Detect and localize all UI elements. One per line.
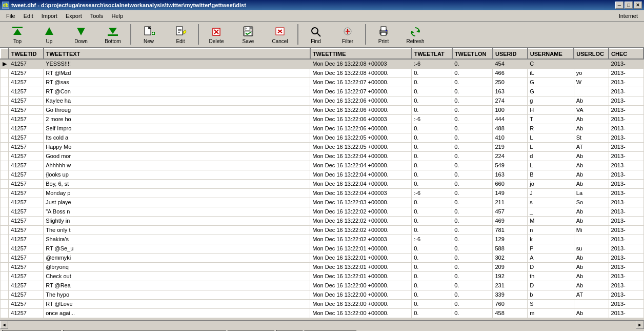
cell-tweetlon[interactable]: 0.	[452, 124, 493, 133]
cell-tweettime[interactable]: Mon Dec 16 13:22:03 +00000.	[310, 198, 412, 207]
hscroll-right-btn[interactable]: ►	[636, 321, 644, 329]
col-header-userloc[interactable]: USERLOC	[574, 49, 609, 59]
table-row[interactable]: 41257RT @Se_uMon Dec 16 13:22:01 +00000.…	[1, 244, 643, 253]
cell-userid[interactable]: 660	[493, 179, 528, 188]
cell-tweetid[interactable]: 41257	[9, 96, 44, 105]
table-row[interactable]: 41257Slightly inMon Dec 16 13:22:02 +000…	[1, 216, 643, 225]
cell-userloc[interactable]	[574, 299, 609, 308]
menu-file[interactable]: File	[2, 12, 19, 20]
cell-tweettext[interactable]: The only t	[44, 225, 310, 235]
cell-ptr[interactable]	[1, 244, 9, 253]
table-row[interactable]: ▶41257YESSS!!!!Mon Dec 16 13:22:08 +0000…	[1, 59, 643, 68]
cell-tweetlat[interactable]: 0.	[412, 244, 452, 253]
cell-username[interactable]: D	[528, 262, 574, 271]
col-header-username[interactable]: USERNAME	[528, 49, 574, 59]
cell-tweetlon[interactable]: 0.	[452, 244, 493, 253]
cell-userid[interactable]: 458	[493, 308, 528, 318]
cell-tweetid[interactable]: 41257	[9, 59, 44, 68]
table-row[interactable]: 41257Happy MoMon Dec 16 13:22:05 +00000.…	[1, 142, 643, 151]
cell-tweettext[interactable]: RT @Rea	[44, 281, 310, 290]
col-header-tweettext[interactable]: TWEETTEXT	[44, 49, 310, 59]
cell-userloc[interactable]: Ab	[574, 281, 609, 290]
cell-userid[interactable]: 149	[493, 188, 528, 198]
cell-username[interactable]: D	[528, 281, 574, 290]
delete-button[interactable]: Delete	[201, 23, 232, 46]
cell-tweetid[interactable]: 41257	[9, 290, 44, 299]
cell-userid[interactable]: 100	[493, 105, 528, 114]
cell-userid[interactable]: 454	[493, 59, 528, 68]
cell-tweetlon[interactable]: 0.	[452, 271, 493, 281]
cell-tweetlat[interactable]: 0.	[412, 207, 452, 216]
cell-tweettime[interactable]: Mon Dec 16 13:22:07 +00000.	[310, 77, 412, 87]
cell-tweetid[interactable]: 41257	[9, 235, 44, 244]
table-row[interactable]: 41257The hypoMon Dec 16 13:22:00 +00000.…	[1, 290, 643, 299]
cell-chec[interactable]: 2013-	[609, 170, 643, 179]
cell-tweettime[interactable]: Mon Dec 16 13:22:04 +00003	[310, 188, 412, 198]
cell-chec[interactable]: 2013-	[609, 271, 643, 281]
cell-tweetid[interactable]: 41257	[9, 133, 44, 142]
cell-tweetlon[interactable]: 0.	[452, 290, 493, 299]
cell-chec[interactable]: 2013-	[609, 244, 643, 253]
cell-ptr[interactable]	[1, 142, 9, 151]
cell-userloc[interactable]: AT	[574, 290, 609, 299]
cell-tweettext[interactable]: Good mor	[44, 151, 310, 161]
cell-userloc[interactable]: Ab	[574, 253, 609, 262]
col-header-chec[interactable]: CHEC	[609, 49, 643, 59]
cell-tweetlon[interactable]: 0.	[452, 262, 493, 271]
cell-tweetlat[interactable]: 0.	[412, 262, 452, 271]
cell-tweettime[interactable]: Mon Dec 16 13:22:06 +00000.	[310, 105, 412, 114]
cell-tweetlon[interactable]: 0.	[452, 179, 493, 188]
cell-tweetlon[interactable]: 0.	[452, 68, 493, 77]
maximize-button[interactable]: □	[625, 2, 633, 9]
cell-tweettext[interactable]: once agai...	[44, 308, 310, 318]
cell-ptr[interactable]: ▶	[1, 59, 9, 68]
cell-username[interactable]: J	[528, 188, 574, 198]
cell-tweetlon[interactable]: 0.	[452, 77, 493, 87]
menu-import[interactable]: Import	[37, 12, 62, 20]
cell-tweetid[interactable]: 41257	[9, 170, 44, 179]
cell-tweetid[interactable]: 41257	[9, 281, 44, 290]
cell-userloc[interactable]: Ab	[574, 308, 609, 318]
cell-tweettime[interactable]: Mon Dec 16 13:22:05 +00000.	[310, 133, 412, 142]
cell-tweetid[interactable]: 41257	[9, 142, 44, 151]
cell-userloc[interactable]: So	[574, 198, 609, 207]
table-row[interactable]: 41257Shakira'sMon Dec 16 13:22:02 +00003…	[1, 235, 643, 244]
cell-userid[interactable]: 457	[493, 207, 528, 216]
cell-userid[interactable]: 488	[493, 124, 528, 133]
table-row[interactable]: 41257Go througMon Dec 16 13:22:06 +00000…	[1, 105, 643, 114]
cell-userloc[interactable]: AT	[574, 142, 609, 151]
table-row[interactable]: 41257Self ImproMon Dec 16 13:22:06 +0000…	[1, 124, 643, 133]
cell-userid[interactable]: 760	[493, 299, 528, 308]
cell-userloc[interactable]: Ab	[574, 114, 609, 124]
col-header-tweetlon[interactable]: TWEETLON	[452, 49, 493, 59]
cell-chec[interactable]: 2013-	[609, 308, 643, 318]
cell-userloc[interactable]: La	[574, 188, 609, 198]
cell-chec[interactable]: 2013-	[609, 114, 643, 124]
cell-tweettext[interactable]: Monday p	[44, 188, 310, 198]
cell-userid[interactable]: 224	[493, 151, 528, 161]
cell-tweetlat[interactable]: 0.	[412, 77, 452, 87]
cell-tweettime[interactable]: Mon Dec 16 13:22:02 +00003	[310, 235, 412, 244]
cell-username[interactable]: P	[528, 244, 574, 253]
cell-tweettime[interactable]: Mon Dec 16 13:22:02 +00000.	[310, 225, 412, 235]
cell-username[interactable]: m	[528, 308, 574, 318]
table-row[interactable]: 41257@bryonqMon Dec 16 13:22:01 +00000.0…	[1, 262, 643, 271]
cell-tweetlon[interactable]: 0.	[452, 96, 493, 105]
cell-tweetlat[interactable]: 0.	[412, 68, 452, 77]
cell-userid[interactable]: 163	[493, 87, 528, 96]
up-button[interactable]: Up	[34, 23, 65, 46]
minimize-button[interactable]: ─	[615, 2, 623, 9]
cell-tweetlat[interactable]: 0.	[412, 253, 452, 262]
cell-tweettext[interactable]: 2 more ho	[44, 114, 310, 124]
table-row[interactable]: 41257once agai...Mon Dec 16 13:22:00 +00…	[1, 308, 643, 318]
save-button[interactable]: Save	[233, 23, 264, 46]
cell-tweetid[interactable]: 41257	[9, 179, 44, 188]
cell-tweetid[interactable]: 41257	[9, 207, 44, 216]
cell-userid[interactable]: 209	[493, 262, 528, 271]
cell-chec[interactable]: 2013-	[609, 235, 643, 244]
cell-chec[interactable]: 2013-	[609, 142, 643, 151]
table-row[interactable]: 41257RT @sasMon Dec 16 13:22:07 +00000.0…	[1, 77, 643, 87]
col-header-tweetid[interactable]: TWEETID	[9, 49, 44, 59]
cell-tweetid[interactable]: 41257	[9, 299, 44, 308]
cell-ptr[interactable]	[1, 170, 9, 179]
